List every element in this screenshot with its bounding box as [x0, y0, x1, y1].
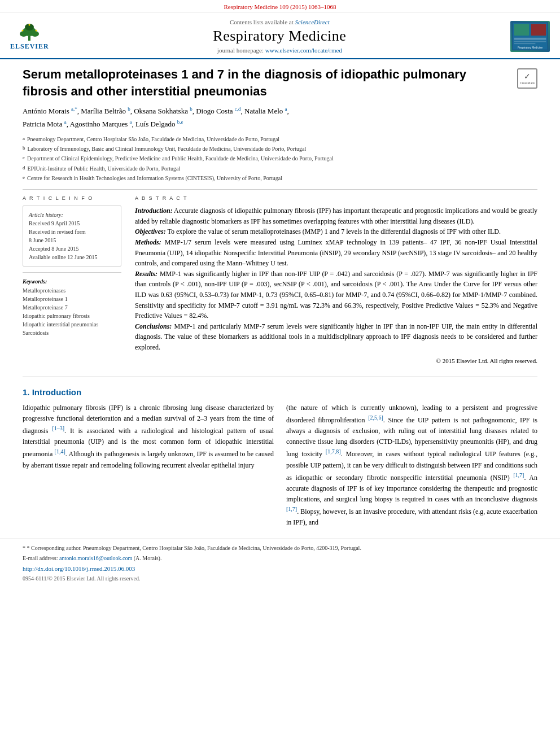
article-info-label: A R T I C L E I N F O — [23, 195, 121, 201]
results-text: MMP-1 was significantly higher in IPF th… — [135, 270, 537, 320]
copyright-line: © 2015 Elsevier Ltd. All rights reserved… — [135, 357, 537, 364]
keyword-1: Metalloproteinases — [23, 286, 121, 295]
main-content: ✓ CrossMark Serum metalloproteinases 1 a… — [0, 59, 560, 370]
svg-text:Respiratory Medicine: Respiratory Medicine — [518, 46, 542, 49]
elsevier-wordmark: ELSEVIER — [10, 42, 49, 51]
svg-rect-12 — [531, 24, 546, 36]
journal-cover-image: Respiratory Medicine — [510, 21, 550, 52]
homepage-url[interactable]: www.elsevier.com/locate/rmed — [265, 47, 342, 54]
citation-bar: Respiratory Medicine 109 (2015) 1063–106… — [0, 0, 560, 13]
crossmark-label: CrossMark — [520, 81, 535, 85]
doi-line: http://dx.doi.org/10.1016/j.rmed.2015.06… — [23, 564, 537, 574]
ref-1-7-8: [1,7,8] — [326, 448, 341, 455]
ref-1-7: [1,7] — [513, 472, 524, 478]
objectives-label: Objectives: — [135, 228, 166, 235]
body-section: 1. Introduction Idiopathic pulmonary fib… — [0, 387, 560, 528]
affiliation-a: a Pneumology Department, Centro Hospital… — [23, 135, 537, 145]
email-line: E-mail address: antonio.morais16@outlook… — [23, 554, 537, 562]
abstract-text: Introduction: Accurate diagnosis of idio… — [135, 206, 537, 352]
keywords-divider — [23, 272, 121, 273]
cover-image-icon: Respiratory Medicine — [512, 21, 548, 51]
svg-point-3 — [20, 31, 28, 37]
article-title: Serum metalloproteinases 1 and 7 in the … — [23, 66, 537, 99]
science-direct-line: Contents lists available at ScienceDirec… — [49, 19, 510, 25]
keyword-2: Metalloproteinase 1 — [23, 295, 121, 303]
svg-rect-14 — [514, 41, 546, 42]
affiliation-d: d EPIUnit-Institute of Public Health, Un… — [23, 164, 537, 174]
affiliations: a Pneumology Department, Centro Hospital… — [23, 135, 537, 184]
objectives-text: To explore the value of serum metallopro… — [167, 228, 500, 235]
body-right-text: (the nature of which is currently unknow… — [286, 403, 537, 528]
science-direct-link[interactable]: ScienceDirect — [295, 19, 329, 25]
keywords-section: Keywords: Metalloproteinases Metalloprot… — [23, 278, 121, 337]
body-left-text: Idiopathic pulmonary fibrosis (IPF) is a… — [23, 403, 274, 471]
crossmark-badge: ✓ CrossMark — [517, 68, 537, 89]
affiliation-b: b Laboratory of Immunology, Basic and Cl… — [23, 145, 537, 154]
article-info-column: A R T I C L E I N F O Article history: R… — [23, 195, 121, 364]
keyword-6: Sarcoidosis — [23, 329, 121, 337]
doi-link[interactable]: http://dx.doi.org/10.1016/j.rmed.2015.06… — [23, 565, 135, 572]
intro-label: Introduction: — [135, 207, 173, 215]
corresponding-note: * * Corresponding author. Pneumology Dep… — [23, 544, 537, 552]
citation-text: Respiratory Medicine 109 (2015) 1063–106… — [224, 3, 336, 10]
svg-point-8 — [29, 24, 30, 26]
accepted-date: Accepted 8 June 2015 — [29, 244, 115, 253]
info-abstract-columns: A R T I C L E I N F O Article history: R… — [23, 195, 537, 364]
email-address: antonio.morais16@outlook.com — [59, 555, 132, 561]
issn-line: 0954-6111/© 2015 Elsevier Ltd. All right… — [23, 575, 537, 582]
conclusions-text: MMP-1 and particularly MMP-7 serum level… — [135, 322, 537, 351]
keyword-3: Metalloproteinase 7 — [23, 303, 121, 312]
keyword-5: Idiopathic interstitial pneumonias — [23, 320, 121, 329]
body-columns: Idiopathic pulmonary fibrosis (IPF) is a… — [23, 403, 537, 528]
intro-text: Accurate diagnosis of idiopathic pulmona… — [135, 207, 537, 225]
ref-2-5-6: [2,5,6] — [368, 414, 383, 421]
abstract-label: A B S T R A C T — [135, 195, 537, 201]
received-revised-date: 8 June 2015 — [29, 236, 115, 244]
body-col-right: (the nature of which is currently unknow… — [286, 403, 537, 528]
svg-point-7 — [36, 30, 37, 32]
ref-1-3: [1–3] — [52, 425, 64, 431]
elsevier-tree-icon — [15, 21, 44, 42]
received-date: Received 9 April 2015 — [29, 219, 115, 228]
authors-line: António Morais a,*, Marília Beltrão b, O… — [23, 105, 537, 130]
svg-point-6 — [22, 30, 24, 32]
journal-header: ELSEVIER Contents lists available at Sci… — [0, 13, 560, 59]
keyword-4: Idiopathic pulmonary fibrosis — [23, 312, 121, 320]
ref-1-7b: [1,7] — [286, 506, 297, 512]
history-label: Article history: — [29, 211, 115, 219]
footer-section: * * Corresponding author. Pneumology Dep… — [0, 539, 560, 582]
journal-title: Respiratory Medicine — [49, 28, 510, 45]
methods-text: MMP-1/7 serum levels were measured using… — [135, 238, 537, 267]
svg-rect-13 — [514, 38, 546, 40]
section1-title: 1. Introduction — [23, 387, 537, 397]
journal-center: Contents lists available at ScienceDirec… — [49, 19, 510, 54]
crossmark-icon: ✓ — [524, 73, 531, 81]
svg-point-4 — [31, 31, 39, 37]
svg-rect-15 — [514, 43, 536, 44]
section-divider — [23, 377, 537, 377]
ref-1-4: [1,4] — [55, 448, 65, 455]
journal-homepage: journal homepage: www.elsevier.com/locat… — [49, 47, 510, 54]
svg-rect-1 — [28, 36, 30, 41]
methods-label: Methods: — [135, 238, 161, 246]
body-col-left: Idiopathic pulmonary fibrosis (IPF) is a… — [23, 403, 274, 528]
affiliation-e: e Centre for Research in Health Technolo… — [23, 174, 537, 184]
keywords-label: Keywords: — [23, 278, 121, 285]
conclusions-label: Conclusions: — [135, 322, 172, 330]
abstract-column: A B S T R A C T Introduction: Accurate d… — [135, 195, 537, 364]
received-revised-label: Received in revised form — [29, 228, 115, 236]
affiliation-c: c Department of Clinical Epidemiology, P… — [23, 154, 537, 164]
article-history-box: Article history: Received 9 April 2015 R… — [23, 206, 121, 267]
elsevier-logo: ELSEVIER — [10, 21, 49, 51]
results-label: Results: — [135, 270, 158, 278]
svg-rect-11 — [514, 24, 529, 36]
divider — [23, 189, 537, 190]
available-date: Available online 12 June 2015 — [29, 253, 115, 261]
